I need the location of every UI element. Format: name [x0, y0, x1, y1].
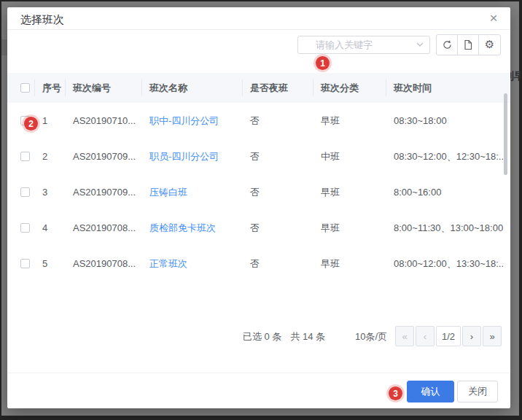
table-row: 3 AS20190709... 压铸白班 否 早班 8:00~16:00: [15, 174, 503, 210]
table-header: 序号 班次编号 班次名称 是否夜班 班次分类 班次时间: [7, 73, 510, 103]
prev-page-button[interactable]: ‹: [416, 326, 435, 346]
toolbar-icon-group: ⚙: [436, 34, 501, 55]
cell-no: 1: [35, 115, 66, 126]
settings-button[interactable]: ⚙: [479, 35, 500, 55]
total-count: 共 14 条: [290, 331, 325, 342]
cell-night: 否: [243, 257, 313, 271]
first-page-button[interactable]: «: [395, 326, 414, 346]
cell-night: 否: [243, 150, 313, 163]
select-all-checkbox[interactable]: [20, 83, 30, 93]
export-button[interactable]: [458, 35, 479, 55]
refresh-button[interactable]: [437, 35, 458, 55]
table-scrollbar[interactable]: [504, 93, 507, 175]
cell-night: 否: [243, 186, 313, 199]
row-checkbox[interactable]: [20, 223, 30, 233]
next-page-button[interactable]: ›: [462, 326, 481, 346]
confirm-button[interactable]: 确认: [407, 381, 454, 402]
cell-category: 中班: [313, 150, 386, 163]
table-body: 1 AS20190710... 职中-四川分公司 否 早班 08:30~18:0…: [7, 103, 510, 281]
column-night: 是否夜班: [243, 79, 313, 96]
pager: « ‹ 1/2 › »: [395, 326, 502, 346]
column-category: 班次分类: [313, 79, 386, 96]
cell-category: 早班: [313, 186, 386, 199]
row-checkbox[interactable]: [20, 152, 30, 161]
selection-summary: 已选 0 条共 14 条: [243, 330, 325, 343]
cell-code: AS20190709...: [66, 151, 142, 162]
annotation-badge-3: 3: [389, 386, 402, 400]
cell-night: 否: [243, 222, 313, 235]
cell-code: AS20190710...: [66, 115, 142, 126]
cell-no: 3: [35, 187, 66, 198]
column-time: 班次时间: [386, 79, 503, 96]
close-icon[interactable]: ×: [486, 10, 502, 26]
page-size-select[interactable]: 10条/页: [355, 330, 387, 343]
cell-code: AS20190708...: [66, 222, 142, 233]
cell-time: 08:30~12:00、12:30~18:...: [386, 150, 503, 163]
dialog-header: 选择班次 ×: [7, 7, 510, 30]
close-button[interactable]: 关闭: [457, 381, 498, 402]
table-row: 2 AS20190709... 职员-四川分公司 否 中班 08:30~12:0…: [15, 139, 503, 174]
shift-name-link[interactable]: 质检部免卡班次: [142, 222, 243, 235]
annotation-badge-1: 1: [316, 56, 330, 70]
shift-name-link[interactable]: 正常班次: [142, 257, 243, 271]
last-page-button[interactable]: »: [483, 326, 502, 346]
select-shift-dialog: 选择班次 ×: [7, 7, 510, 408]
cell-time: 08:00~12:00、13:30~18:...: [386, 257, 503, 271]
pagination-bar: 已选 0 条共 14 条 10条/页 « ‹ 1/2 › »: [7, 326, 510, 346]
gear-icon: ⚙: [485, 39, 494, 50]
cell-night: 否: [243, 114, 313, 128]
cell-time: 08:30~18:00: [386, 115, 503, 126]
select-all-cell: [15, 79, 35, 96]
chevron-down-icon[interactable]: [416, 41, 424, 48]
cell-category: 早班: [313, 114, 386, 128]
shift-name-link[interactable]: 职中-四川分公司: [142, 114, 243, 128]
row-checkbox[interactable]: [20, 187, 30, 197]
shift-name-link[interactable]: 压铸白班: [142, 186, 243, 199]
cell-no: 2: [35, 151, 66, 162]
cell-category: 早班: [313, 222, 386, 235]
cell-code: AS20190709...: [66, 187, 142, 198]
dialog-title: 选择班次: [20, 13, 64, 27]
search-box: [297, 36, 430, 54]
column-no: 序号: [35, 79, 66, 96]
cell-time: 8:00~16:00: [386, 187, 503, 198]
cell-no: 5: [35, 258, 66, 269]
screen: 到早 选择班次 ×: [0, 0, 522, 420]
current-page-indicator: 1/2: [436, 326, 461, 346]
document-icon: [463, 39, 473, 50]
table-row: 4 AS20190708... 质检部免卡班次 否 早班 8:00~11:30、…: [15, 210, 503, 246]
annotation-badge-2: 2: [24, 117, 38, 131]
refresh-icon: [442, 39, 453, 50]
column-name: 班次名称: [142, 79, 243, 96]
cell-category: 早班: [313, 257, 386, 271]
background-text-fragment: 到早: [510, 70, 521, 84]
selected-count: 已选 0 条: [243, 331, 281, 342]
table-row: 5 AS20190708... 正常班次 否 早班 08:00~12:00、13…: [15, 246, 503, 281]
cell-time: 8:00~11:30、13:00~18:00: [386, 222, 503, 235]
cell-code: AS20190708...: [66, 258, 142, 269]
shift-name-link[interactable]: 职员-四川分公司: [142, 150, 243, 163]
footer-divider: [7, 373, 510, 373]
table-row: 1 AS20190710... 职中-四川分公司 否 早班 08:30~18:0…: [15, 103, 503, 139]
cell-no: 4: [35, 222, 66, 233]
row-checkbox[interactable]: [20, 259, 30, 268]
search-input[interactable]: [297, 36, 430, 54]
column-code: 班次编号: [66, 79, 142, 96]
